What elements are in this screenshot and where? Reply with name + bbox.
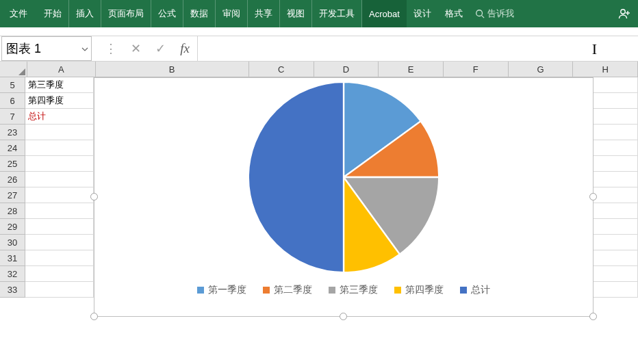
- formula-bar-row: 图表 1 ⋮ ✕ ✓ fx I: [0, 36, 638, 62]
- cell[interactable]: [25, 172, 94, 187]
- tab-data[interactable]: 数据: [183, 0, 216, 27]
- resize-handle[interactable]: [589, 193, 597, 200]
- fx-button[interactable]: fx: [173, 36, 197, 61]
- row-header[interactable]: 23: [0, 125, 25, 140]
- text-cursor-icon: I: [592, 40, 597, 58]
- cell-a5[interactable]: 第三季度: [25, 77, 94, 93]
- legend-item: 第二季度: [263, 284, 312, 296]
- formula-input[interactable]: I: [197, 36, 638, 61]
- tab-share[interactable]: 共享: [248, 0, 280, 27]
- legend-label: 第三季度: [340, 284, 378, 296]
- row-header[interactable]: 30: [0, 235, 25, 250]
- more-menu-icon[interactable]: ⋮: [99, 36, 123, 61]
- col-header-g[interactable]: G: [509, 62, 574, 77]
- tell-me-label: 告诉我: [487, 8, 514, 20]
- svg-point-0: [476, 10, 483, 16]
- tab-view[interactable]: 视图: [280, 0, 312, 27]
- cell[interactable]: [25, 140, 94, 156]
- tab-review[interactable]: 审阅: [216, 0, 248, 27]
- tab-file[interactable]: 文件: [0, 0, 37, 27]
- tab-acrobat[interactable]: Acrobat: [362, 0, 407, 27]
- col-header-e[interactable]: E: [379, 62, 444, 77]
- ribbon-spacer: [0, 27, 638, 36]
- tab-home[interactable]: 开始: [37, 0, 69, 27]
- column-headers: A B C D E F G H: [0, 62, 638, 77]
- legend-item: 第四季度: [394, 284, 444, 296]
- confirm-button[interactable]: ✓: [148, 36, 173, 61]
- name-box-value: 图表 1: [6, 40, 41, 57]
- row-header[interactable]: 26: [0, 172, 25, 187]
- cell[interactable]: [25, 250, 94, 266]
- tab-page-layout[interactable]: 页面布局: [101, 0, 151, 27]
- legend-swatch: [197, 287, 204, 294]
- legend-label: 总计: [471, 284, 490, 296]
- legend-swatch: [394, 287, 401, 294]
- col-header-f[interactable]: F: [444, 62, 509, 77]
- legend-swatch: [329, 287, 335, 294]
- cell[interactable]: [25, 203, 94, 219]
- legend-label: 第二季度: [274, 284, 312, 296]
- row-header[interactable]: 6: [0, 93, 25, 109]
- row-header[interactable]: 28: [0, 203, 25, 219]
- cell[interactable]: [25, 125, 94, 140]
- col-header-b[interactable]: B: [96, 62, 249, 77]
- col-header-d[interactable]: D: [314, 62, 379, 77]
- legend-swatch: [460, 287, 467, 294]
- col-header-c[interactable]: C: [249, 62, 314, 77]
- cell-a7[interactable]: 总计: [25, 109, 94, 125]
- tab-design[interactable]: 设计: [407, 0, 438, 27]
- legend-label: 第一季度: [208, 284, 246, 296]
- chart-object[interactable]: 第一季度 第二季度 第三季度 第四季度 总计: [94, 77, 594, 317]
- cell[interactable]: [25, 235, 94, 250]
- legend-label: 第四季度: [405, 284, 444, 296]
- row-header[interactable]: 33: [0, 282, 25, 298]
- person-plus-icon: [617, 7, 631, 21]
- row-header[interactable]: 31: [0, 250, 25, 266]
- row-header[interactable]: 25: [0, 156, 25, 172]
- cell[interactable]: [25, 266, 94, 282]
- tab-developer[interactable]: 开发工具: [312, 0, 362, 27]
- resize-handle[interactable]: [90, 313, 98, 320]
- tab-insert[interactable]: 插入: [69, 0, 101, 27]
- cell[interactable]: [25, 187, 94, 203]
- cell[interactable]: [25, 282, 94, 298]
- col-header-h[interactable]: H: [573, 62, 638, 77]
- resize-handle[interactable]: [340, 313, 347, 320]
- row-header[interactable]: 7: [0, 109, 25, 125]
- col-header-a[interactable]: A: [27, 62, 96, 77]
- search-icon: [475, 9, 485, 18]
- cell-a6[interactable]: 第四季度: [25, 93, 94, 109]
- ribbon: 文件 开始 插入 页面布局 公式 数据 审阅 共享 视图 开发工具 Acroba…: [0, 0, 638, 27]
- tell-me[interactable]: 告诉我: [470, 8, 520, 20]
- cell[interactable]: [25, 219, 94, 235]
- row-header[interactable]: 27: [0, 187, 25, 203]
- row-header[interactable]: 24: [0, 140, 25, 156]
- svg-line-1: [481, 16, 484, 18]
- name-box[interactable]: 图表 1: [1, 36, 92, 61]
- legend-item: 第一季度: [197, 284, 246, 296]
- tab-formulas[interactable]: 公式: [151, 0, 183, 27]
- formula-buttons: ⋮ ✕ ✓ fx: [99, 36, 197, 62]
- tab-format[interactable]: 格式: [438, 0, 470, 27]
- legend-item: 总计: [460, 284, 490, 296]
- spreadsheet-grid: A B C D E F G H 5 6 7 23 24 25 26 27 28 …: [0, 62, 638, 364]
- legend-item: 第三季度: [329, 284, 378, 296]
- chart-legend: 第一季度 第二季度 第三季度 第四季度 总计: [94, 276, 593, 304]
- resize-handle[interactable]: [589, 313, 597, 320]
- chevron-down-icon[interactable]: [81, 42, 88, 56]
- row-header[interactable]: 5: [0, 77, 25, 93]
- pie-chart: [94, 78, 593, 276]
- row-header[interactable]: 29: [0, 219, 25, 235]
- resize-handle[interactable]: [90, 193, 98, 200]
- select-all-corner[interactable]: [0, 62, 27, 77]
- cell[interactable]: [25, 156, 94, 172]
- row-header[interactable]: 32: [0, 266, 25, 282]
- svg-point-2: [621, 10, 625, 14]
- row-headers: 5 6 7 23 24 25 26 27 28 29 30 31 32 33: [0, 77, 25, 298]
- cancel-button[interactable]: ✕: [123, 36, 148, 61]
- legend-swatch: [263, 287, 270, 294]
- pie-svg: [94, 78, 593, 276]
- share-button[interactable]: [611, 7, 638, 21]
